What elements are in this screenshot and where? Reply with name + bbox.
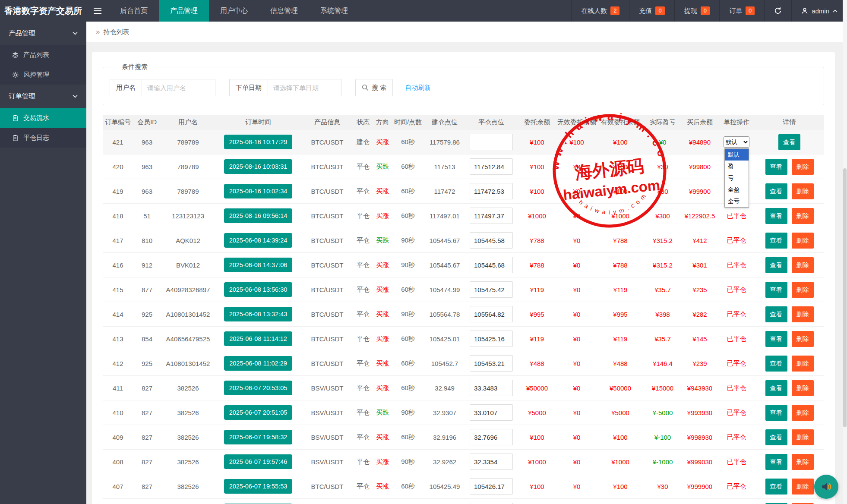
close-point-input[interactable] [470, 454, 513, 470]
sidebar-group-label: 产品管理 [9, 29, 35, 38]
username-input[interactable] [142, 79, 215, 96]
delete-button[interactable]: 删除 [792, 331, 814, 347]
delete-button[interactable]: 删除 [792, 405, 814, 421]
delete-button[interactable]: 删除 [792, 306, 814, 322]
column-header: 有效委托余额 [597, 118, 644, 126]
view-button[interactable]: 查看 [778, 134, 800, 150]
sound-float-button[interactable] [814, 475, 838, 499]
dropdown-option[interactable]: 默认 [725, 149, 749, 161]
top-nav-item[interactable]: 产品管理 [159, 0, 209, 22]
sidebar-group-orders[interactable]: 订单管理 [0, 85, 86, 108]
order-status: 平仓 [353, 433, 373, 441]
scrollbar-thumb[interactable] [843, 168, 847, 427]
close-point-input[interactable] [470, 306, 513, 322]
close-point-input[interactable] [470, 478, 513, 495]
view-button[interactable]: 查看 [765, 356, 787, 372]
sidebar-item[interactable]: 产品列表 [0, 45, 86, 65]
delete-button[interactable]: 删除 [792, 356, 814, 372]
dropdown-option[interactable]: 盈 [725, 161, 749, 172]
delete-button[interactable]: 删除 [792, 257, 814, 273]
delete-button[interactable]: 删除 [792, 454, 814, 470]
menu-toggle-button[interactable] [86, 0, 109, 22]
order-status: 平仓 [353, 286, 373, 294]
search-legend: 条件搜索 [117, 63, 152, 71]
delete-button[interactable]: 删除 [792, 208, 814, 224]
auto-refresh-link[interactable]: 自动刷新 [405, 84, 431, 92]
top-nav-item[interactable]: 用户中心 [209, 0, 259, 22]
topbar-stat[interactable]: 提现0 [674, 0, 719, 22]
close-point-input[interactable] [470, 183, 513, 199]
delete-button[interactable]: 删除 [792, 282, 814, 298]
product-info: BTC/USDT [301, 335, 353, 343]
duration: 60秒 [392, 335, 424, 343]
view-button[interactable]: 查看 [765, 208, 787, 224]
view-button[interactable]: 查看 [765, 183, 787, 199]
product-info: BTC/USDT [301, 261, 353, 269]
actual-pnl: ¥30 [644, 483, 681, 490]
after-balance: ¥94890 [681, 139, 718, 146]
close-point-input[interactable] [470, 257, 513, 273]
view-button[interactable]: 查看 [765, 380, 787, 396]
close-point-input[interactable] [470, 355, 513, 372]
order-date-label: 下单日期 [229, 79, 268, 96]
view-button[interactable]: 查看 [765, 306, 787, 322]
order-time-chip: 2025-08-16 10:02:34 [224, 184, 293, 198]
close-point-input[interactable] [470, 134, 513, 150]
dropdown-option[interactable]: 全盈 [725, 184, 749, 195]
delete-button[interactable]: 删除 [792, 479, 814, 495]
search-button[interactable]: 搜 索 [355, 79, 393, 96]
open-point: 105445.67 [424, 261, 465, 269]
close-point-input[interactable] [470, 208, 513, 224]
direction: 买涨 [373, 212, 392, 220]
dropdown-option[interactable]: 全亏 [725, 195, 749, 207]
view-button[interactable]: 查看 [765, 159, 787, 175]
member-id: 877 [133, 286, 161, 293]
view-button[interactable]: 查看 [765, 429, 787, 445]
after-balance: ¥999030 [681, 458, 718, 466]
order-time-chip: 2025-06-07 19:58:32 [224, 430, 293, 444]
product-info: BSV/USDT [301, 409, 353, 416]
view-button[interactable]: 查看 [765, 233, 787, 249]
control-select[interactable]: 默认 [724, 136, 749, 148]
close-point-input[interactable] [470, 429, 513, 445]
close-point-input[interactable] [470, 380, 513, 396]
topbar-stat[interactable]: 在线人数2 [571, 0, 629, 22]
table-row: 418511231231232025-08-16 09:56:14BTC/USD… [103, 204, 824, 228]
top-nav-item[interactable]: 系统管理 [309, 0, 359, 22]
delete-button[interactable]: 删除 [792, 380, 814, 396]
order-time-chip: 2025-06-08 11:02:29 [224, 356, 292, 371]
topbar-stat[interactable]: 订单0 [719, 0, 764, 22]
view-button[interactable]: 查看 [765, 331, 787, 347]
delete-button[interactable]: 删除 [792, 233, 814, 249]
close-point-input[interactable] [470, 331, 513, 347]
topbar-stat[interactable]: 充值0 [629, 0, 674, 22]
order-date-input[interactable] [268, 79, 341, 96]
delete-button[interactable]: 删除 [792, 183, 814, 199]
top-nav-item[interactable]: 后台首页 [109, 0, 159, 22]
app-title: 香港数字资产交易所 [0, 0, 86, 22]
view-button[interactable]: 查看 [765, 405, 787, 421]
sidebar-item[interactable]: 交易流水 [0, 108, 86, 128]
close-point-input[interactable] [470, 281, 513, 298]
view-button[interactable]: 查看 [765, 282, 787, 298]
dropdown-option[interactable]: 亏 [725, 172, 749, 184]
close-point-input[interactable] [470, 158, 513, 175]
view-button[interactable]: 查看 [765, 479, 787, 495]
column-header: 状态 [353, 118, 373, 126]
admin-menu[interactable]: admin [791, 0, 847, 22]
view-button[interactable]: 查看 [765, 257, 787, 273]
sidebar-item[interactable]: 风控管理 [0, 65, 86, 85]
close-point-input[interactable] [470, 404, 513, 421]
close-point-input[interactable] [470, 232, 513, 249]
view-button[interactable]: 查看 [765, 454, 787, 470]
page-scrollbar[interactable] [843, 0, 847, 504]
open-point: 117513 [424, 163, 465, 170]
sidebar-group-products[interactable]: 产品管理 [0, 22, 86, 45]
chevron-down-icon [73, 94, 78, 98]
top-nav-item[interactable]: 信息管理 [259, 0, 309, 22]
closed-label: 已平仓 [727, 212, 746, 219]
delete-button[interactable]: 删除 [792, 429, 814, 445]
refresh-button[interactable] [764, 0, 791, 22]
delete-button[interactable]: 删除 [792, 159, 814, 175]
sidebar-item[interactable]: 平仓日志 [0, 128, 86, 148]
